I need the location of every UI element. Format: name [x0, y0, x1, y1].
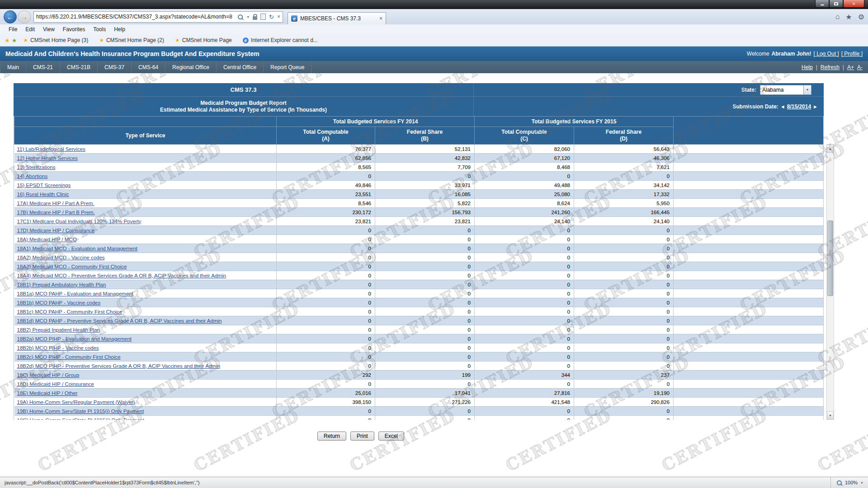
nav-tab[interactable]: Central Office	[217, 61, 264, 73]
service-link[interactable]: 18B1c) MCO PAHP - Community First Choice	[17, 309, 123, 314]
font-decrease-link[interactable]: A-	[857, 64, 863, 70]
service-link[interactable]: 13) Sterilizations	[17, 164, 56, 170]
zoom-control[interactable]: 100% ▼	[830, 477, 863, 488]
table-scrollbar[interactable]: ▲ ▼	[826, 144, 834, 420]
service-link[interactable]: 18B1d) MCO PAHP - Preventive Services Gr…	[17, 318, 222, 324]
cell-total-computable-c: 25,080	[475, 190, 574, 199]
nav-tab[interactable]: Report Queue	[264, 61, 311, 73]
favorite-item[interactable]: CMSnet Home Page (2)	[94, 37, 169, 43]
cell-federal-share-b: 199	[375, 371, 475, 380]
browser-back-button[interactable]: ←	[4, 10, 17, 23]
menu-item[interactable]: Help	[110, 25, 129, 33]
scrollbar-thumb[interactable]	[827, 221, 833, 296]
column-title: Federal Share	[574, 129, 673, 136]
home-icon[interactable]: ⌂	[835, 13, 840, 21]
settings-gear-icon[interactable]: ⚙	[858, 13, 864, 21]
service-link[interactable]: 17A) Medicare HIP / Part A Prem.	[17, 201, 94, 206]
window-minimize-button[interactable]	[815, 0, 829, 8]
menu-item[interactable]: View	[39, 25, 59, 33]
nav-tab[interactable]: CMS-37	[98, 61, 132, 73]
url-text[interactable]: https://65.220.21.9/MBESCBES/CMS37/CMS37…	[36, 14, 237, 20]
print-button[interactable]: Print	[350, 432, 374, 441]
help-link[interactable]: Help	[802, 64, 813, 70]
filler-cell	[674, 389, 824, 398]
return-button[interactable]: Return	[317, 432, 346, 441]
service-link[interactable]: 18D) Medicaid HIP / Coinsurance	[17, 381, 94, 387]
service-link[interactable]: 16) Rural Health Clinic	[17, 192, 69, 197]
scrollbar-track[interactable]	[827, 153, 834, 411]
service-link[interactable]: 18C) Medicaid HIP / Group	[17, 372, 80, 378]
service-link[interactable]: 18E) Medicaid HIP / Other	[17, 390, 78, 396]
previous-date-icon[interactable]: ◄	[780, 104, 785, 109]
service-link[interactable]: 18A) Medicaid HIP / MCO	[17, 237, 77, 242]
nav-tab[interactable]: Main	[0, 61, 26, 73]
cell-federal-share-b: 0	[375, 289, 475, 298]
service-link[interactable]: 17C1) Medicare Qual Individuals 120%-134…	[17, 219, 142, 224]
service-link[interactable]: 14) Abortions	[17, 174, 48, 179]
cell-federal-share-b: 17,041	[375, 389, 475, 398]
browser-tab[interactable]: MBES/CBES - CMS 37.3 ×	[288, 12, 386, 24]
service-link[interactable]: 15) EPSDT Screenings	[17, 183, 71, 188]
service-link[interactable]: 18A2) Medicaid MCO - Vaccine codes	[17, 255, 105, 260]
service-link[interactable]: 18B2a) MCO PIHP - Evaluation and Managem…	[17, 336, 132, 342]
cell-federal-share-d: 24,140	[574, 217, 674, 226]
service-link[interactable]: 18B1a) MCO PAHP - Evaluation and Managem…	[17, 291, 133, 296]
refresh-link[interactable]: Refresh	[821, 64, 840, 70]
favorite-item[interactable]: Internet Explorer cannot d...	[238, 37, 322, 43]
service-link[interactable]: 18B2b) MCO PIHP - Vaccine codes	[17, 345, 99, 351]
service-link[interactable]: 18B2c) MCO PIHP - Community First Choice	[17, 354, 121, 360]
menu-item[interactable]: Tools	[89, 25, 110, 33]
scroll-down-icon[interactable]: ▼	[827, 411, 834, 419]
service-link[interactable]: 17D) Medicare HIP / Coinsurance	[17, 228, 95, 233]
scroll-up-icon[interactable]: ▲	[827, 145, 834, 153]
service-link[interactable]: 17B) Medicare HIP / Part B Prem.	[17, 210, 95, 215]
service-link[interactable]: 19A) Home-Comm Serv/Regular Payment (Wai…	[17, 399, 135, 405]
profile-link[interactable]: [ Profile ]	[841, 51, 863, 57]
app-nav-bar: MainCMS-21CMS-21BCMS-37CMS-64Regional Of…	[0, 61, 868, 73]
stop-icon[interactable]: ×	[277, 14, 280, 19]
submission-date-link[interactable]: 8/15/2014	[787, 103, 811, 110]
window-close-button[interactable]: ×	[843, 0, 864, 8]
logout-link[interactable]: [ Log Out ]	[814, 51, 839, 57]
tab-close-icon[interactable]: ×	[379, 15, 382, 22]
service-link[interactable]: 11) Lab/Radiological Services	[17, 146, 85, 152]
zoom-dropdown-icon[interactable]: ▼	[860, 481, 863, 484]
browser-forward-button[interactable]: →	[18, 10, 31, 23]
service-link[interactable]: 18A3) Medicaid MCO - Community First Cho…	[17, 264, 127, 269]
font-increase-link[interactable]: A+	[847, 64, 854, 70]
menu-item[interactable]: Favorites	[59, 25, 89, 33]
service-link[interactable]: 12) Home Health Services	[17, 155, 78, 161]
table-row: 19B) Home-Comm Serv/State Pl 1915(i) Onl…	[14, 407, 824, 416]
cell-total-computable-a: 0	[277, 280, 375, 289]
favorites-bar-star-icon[interactable]: ★	[12, 37, 17, 44]
service-link[interactable]: 18B1b) MCO PAHP - Vaccine codes	[17, 300, 101, 305]
nav-tab[interactable]: CMS-64	[132, 61, 165, 73]
excel-button[interactable]: Excel	[378, 432, 404, 441]
state-select[interactable]: Alabama ▼	[760, 85, 811, 95]
refresh-icon[interactable]: ↻	[269, 14, 274, 20]
address-bar[interactable]: https://65.220.21.9/MBESCBES/CMS37/CMS37…	[33, 11, 283, 23]
favorites-add-star-icon[interactable]: ★	[5, 37, 10, 44]
cell-total-computable-a: 0	[277, 244, 375, 253]
service-link[interactable]: 18B2) Prepaid Inpatient Health Plan	[17, 327, 100, 333]
nav-tab[interactable]: Regional Office	[165, 61, 217, 73]
service-link[interactable]: 18B1) Prepaid Ambulatory Health Plan	[17, 282, 106, 287]
next-date-icon[interactable]: ►	[813, 104, 818, 109]
favorites-star-icon[interactable]: ★	[845, 13, 852, 21]
menu-item[interactable]: Edit	[21, 25, 39, 33]
compatibility-view-icon[interactable]	[260, 14, 266, 20]
select-dropdown-icon[interactable]: ▼	[803, 85, 811, 94]
service-link[interactable]: 18B2d) MCO PIHP - Preventive Services Gr…	[17, 363, 220, 369]
nav-tab[interactable]: CMS-21B	[60, 61, 98, 73]
service-link[interactable]: 18A1) Medicaid MCO - Evaluation and Mana…	[17, 246, 138, 251]
favorite-item[interactable]: CMSnet Home Page	[170, 37, 236, 43]
search-icon[interactable]	[237, 14, 243, 20]
favorite-item[interactable]: CMSnet Home Page (3)	[19, 37, 93, 43]
nav-tab[interactable]: CMS-21	[26, 61, 60, 73]
service-link[interactable]: 18A4) Medicaid MCO - Preventive Services…	[17, 273, 226, 278]
address-dropdown-icon[interactable]: ▼	[246, 15, 250, 19]
service-link[interactable]: 19C) Home-Comm Serv/State Pl 1915(j) Onl…	[17, 418, 144, 420]
window-maximize-button[interactable]	[829, 0, 843, 8]
service-link[interactable]: 19B) Home-Comm Serv/State Pl 1915(i) Onl…	[17, 408, 144, 414]
menu-item[interactable]: File	[5, 25, 21, 33]
